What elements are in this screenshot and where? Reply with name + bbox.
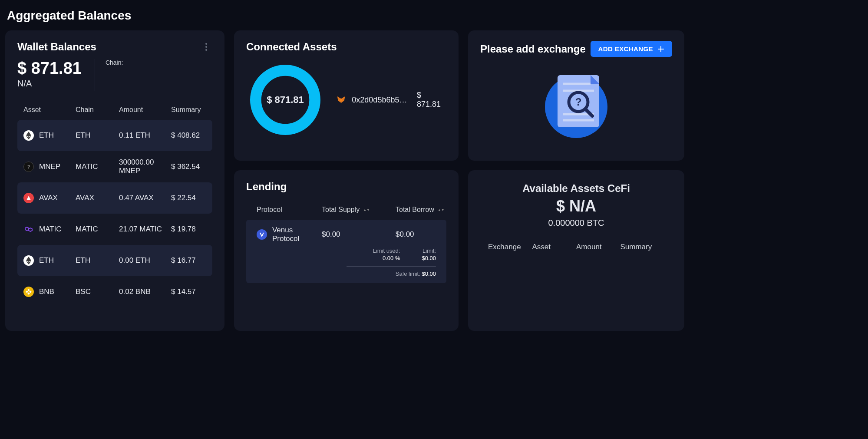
asset-amount: 0.47 AVAX [119,194,171,202]
supply-value: $0.00 [322,230,396,239]
lending-card: Lending Protocol Total Supply ▲▼ Total B… [234,170,459,331]
asset-amount: 0.00 ETH [119,256,171,265]
col-borrow-label: Total Borrow [396,206,434,214]
col-total-borrow[interactable]: Total Borrow ▲▼ [396,206,459,214]
cefi-amount: $ N/A [480,197,672,215]
table-row[interactable]: ETHETH0.11 ETH$ 408.62 [17,120,212,151]
svg-text:?: ? [575,96,582,108]
asset-amount: 300000.00 MNEP [119,158,171,175]
lending-title: Lending [246,181,446,193]
wallet-table-header: Asset Chain Amount Summary [17,106,212,120]
eth-icon [23,255,34,266]
exchange-title: Please add exchange [480,43,586,55]
eth-icon [23,130,34,141]
plus-icon [657,46,664,53]
asset-summary: $ 19.78 [171,225,210,234]
asset-name: ETH [39,131,54,140]
asset-name: ETH [39,256,54,265]
table-row[interactable]: ?MNEPMATIC300000.00 MNEP$ 362.54 [17,151,212,182]
page-title: Aggregated Balances [7,9,863,23]
wallet-address: 0x2d0d5b6b5… [352,96,411,105]
asset-name: AVAX [39,194,58,202]
col-supply-label: Total Supply [322,206,360,214]
asset-summary: $ 16.77 [171,256,210,265]
asset-amount: 0.02 BNB [119,287,171,296]
col-summary: Summary [620,243,665,251]
chain-label: Chain: [106,59,123,66]
col-amount: Amount [576,243,620,251]
asset-name: BNB [39,287,54,296]
more-button[interactable] [200,41,212,53]
svg-rect-10 [26,290,28,293]
cefi-header: Exchange Asset Amount Summary [480,243,672,251]
lending-row[interactable]: Venus Protocol $0.00 $0.00 Limit used: 0… [246,220,446,283]
borrow-value: $0.00 [396,230,459,239]
svg-point-2 [205,49,207,51]
avax-icon [23,193,34,203]
table-row[interactable]: BNBBSC0.02 BNB$ 14.57 [17,276,212,307]
wallet-total: $ 871.81 [17,59,82,78]
col-chain: Chain [76,106,119,114]
asset-summary: $ 22.54 [171,194,210,202]
col-protocol: Protocol [257,206,322,214]
cefi-title: Available Assets CeFi [480,182,672,195]
sort-icon: ▲▼ [438,209,445,211]
connected-wallet-entry[interactable]: 0x2d0d5b6b5… $ 871.81 [337,91,446,109]
svg-marker-3 [26,132,31,137]
sort-icon: ▲▼ [363,209,370,211]
col-exchange: Exchange [488,243,532,251]
connected-donut: $ 871.81 [246,61,324,139]
col-summary: Summary [171,106,210,114]
add-exchange-button[interactable]: ADD EXCHANGE [591,41,672,57]
asset-amount: 0.11 ETH [119,131,171,140]
wallet-subtotal: N/A [17,79,82,89]
wallet-title: Wallet Balances [17,41,96,53]
col-asset: Asset [532,243,577,251]
cefi-card: Available Assets CeFi $ N/A 0.000000 BTC… [468,170,684,331]
svg-marker-6 [26,257,31,262]
connected-title: Connected Assets [246,41,446,53]
asset-summary: $ 362.54 [171,162,210,171]
col-total-supply[interactable]: Total Supply ▲▼ [322,206,396,214]
dots-vertical-icon [205,43,207,51]
mnep-icon: ? [23,162,34,172]
cefi-btc: 0.000000 BTC [480,218,672,228]
wallet-table-body[interactable]: ETHETH0.11 ETH$ 408.62?MNEPMATIC300000.0… [17,120,212,320]
svg-rect-11 [29,290,32,293]
svg-marker-5 [26,196,31,200]
asset-amount: 21.07 MATIC [119,225,171,234]
limit: Limit: $0.00 [422,248,436,261]
svg-rect-8 [27,289,30,291]
asset-chain: AVAX [76,194,119,202]
asset-chain: ETH [76,256,119,265]
safe-limit: Safe limit: $0.00 [257,271,436,277]
table-row[interactable]: AVAXAVAX0.47 AVAX$ 22.54 [17,182,212,214]
asset-chain: BSC [76,287,119,296]
table-row[interactable]: MATICMATIC21.07 MATIC$ 19.78 [17,214,212,245]
asset-chain: ETH [76,131,119,140]
connected-assets-card: Connected Assets $ 871.81 0x2d0d5b6b5… $… [234,30,459,161]
svg-point-1 [205,46,207,48]
donut-center-amount: $ 871.81 [246,61,324,139]
limit-used: Limit used: 0.00 % [373,248,400,261]
lending-header: Protocol Total Supply ▲▼ Total Borrow ▲▼ [246,193,446,220]
add-exchange-label: ADD EXCHANGE [598,45,653,53]
limit-progress-bar [347,266,436,267]
exchange-illustration: ? [480,66,672,139]
asset-summary: $ 408.62 [171,131,210,140]
svg-point-0 [205,43,207,45]
asset-chain: MATIC [76,162,119,171]
venus-icon [257,229,267,240]
asset-name: MNEP [39,162,60,171]
add-exchange-card: Please add exchange ADD EXCHANGE ? [468,30,684,161]
bnb-icon [23,287,34,297]
protocol-name: Venus Protocol [272,226,322,243]
table-row[interactable]: ETHETH0.00 ETH$ 16.77 [17,245,212,276]
col-asset: Asset [23,106,76,114]
wallet-amount: $ 871.81 [417,91,446,109]
metamask-icon [337,95,346,105]
svg-rect-9 [27,292,30,295]
col-amount: Amount [119,106,171,114]
asset-summary: $ 14.57 [171,287,210,296]
matic-icon [23,224,34,234]
